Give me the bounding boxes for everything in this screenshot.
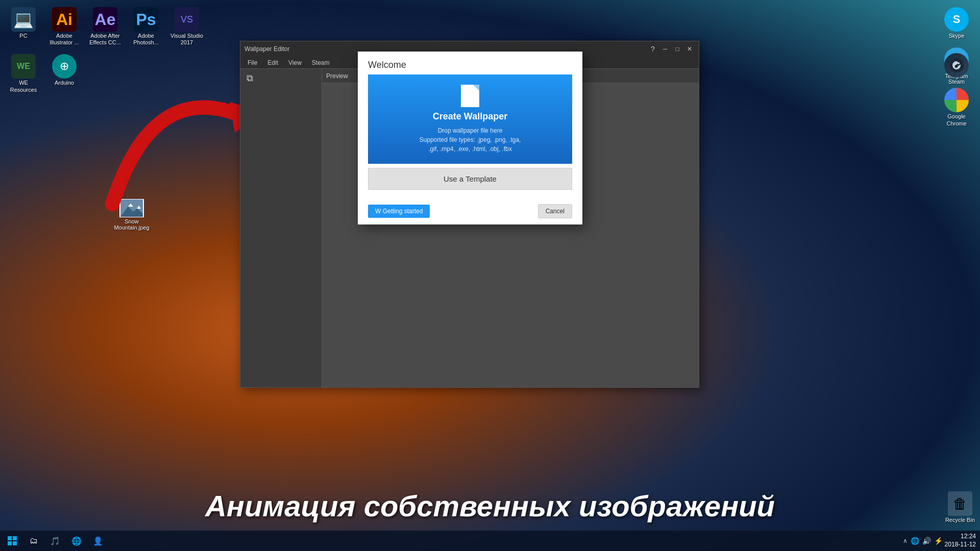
recycle-bin-label: Recycle Bin	[945, 517, 975, 523]
recycle-bin-icon[interactable]: 🗑 Recycle Bin	[945, 491, 975, 523]
desktop-snow-file[interactable]: Snow Mountain.jpeg	[113, 199, 150, 231]
taskbar: 🗂 🎵 🌐 👤 ∧ 🌐 🔊 ⚡ 12:24 2018-11-12	[0, 531, 980, 551]
vs-icon: VS	[175, 7, 199, 32]
svg-rect-9	[13, 536, 17, 540]
welcome-dialog: Welcome Create Wallpaper Drop wallpaper …	[358, 52, 582, 224]
steam-icon-area: Steam	[938, 51, 975, 87]
pc-icon: 💻	[11, 7, 36, 32]
we-menu-view[interactable]: View	[284, 58, 306, 67]
cancel-button[interactable]: Cancel	[538, 204, 572, 218]
desktop-icon-ps[interactable]: Ps Adobe Photosh...	[128, 5, 164, 48]
we-icon: WE	[11, 54, 36, 79]
windows-logo-icon	[7, 536, 17, 546]
ae-label: Adobe After Effects CC...	[89, 33, 121, 46]
wallpaper-editor-window: Wallpaper Editor ? ─ □ ✕ File Edit View …	[240, 41, 699, 388]
system-tray-icons: ∧ 🌐 🔊 ⚡	[903, 537, 943, 545]
we-titlebar-controls: ? ─ □ ✕	[648, 45, 695, 53]
desktop-icon-ae[interactable]: Ae Adobe After Effects CC...	[87, 5, 124, 48]
we-sidebar-copy[interactable]: ⧉	[242, 71, 320, 85]
getting-started-button[interactable]: W Getting started	[368, 205, 430, 218]
desktop-icon-skype[interactable]: S Skype	[938, 5, 975, 41]
clock-display[interactable]: 12:24 2018-11-12	[945, 533, 976, 548]
skype-label: Skype	[940, 33, 973, 39]
dialog-title: Welcome	[358, 52, 582, 74]
desktop-icon-row-1: 💻 PC Ai Adobe Illustrator ... Ae Adobe A…	[5, 5, 205, 48]
taskbar-app3[interactable]: 👤	[88, 531, 108, 551]
svg-rect-10	[8, 541, 12, 545]
clock-date: 2018-11-12	[945, 541, 976, 549]
pc-label: PC	[7, 33, 40, 39]
create-wallpaper-button[interactable]: Create Wallpaper Drop wallpaper file her…	[368, 74, 572, 164]
desktop-icon-steam[interactable]: Steam	[938, 51, 975, 87]
create-wallpaper-title: Create Wallpaper	[433, 111, 507, 122]
taskbar-left: 🗂 🎵 🌐 👤	[0, 531, 108, 551]
we-menu-steam[interactable]: Steam	[308, 58, 334, 67]
steam-label: Steam	[940, 79, 973, 85]
desktop-icons-left: 💻 PC Ai Adobe Illustrator ... Ae Adobe A…	[5, 5, 205, 95]
arduino-label: Arduino	[48, 80, 81, 86]
svg-point-0	[949, 58, 964, 72]
tray-chevron[interactable]: ∧	[903, 537, 908, 544]
desktop-icon-row-2: WE WE Resources ⊕ Arduino	[5, 52, 205, 95]
we-menu-file[interactable]: File	[243, 58, 261, 67]
ai-icon: Ai	[52, 7, 77, 32]
use-template-button[interactable]: Use a Template	[368, 168, 572, 190]
we-minimize-button[interactable]: ─	[660, 45, 670, 53]
we-restore-button[interactable]: □	[672, 45, 682, 53]
taskbar-right: ∧ 🌐 🔊 ⚡ 12:24 2018-11-12	[903, 533, 980, 548]
we-preview-label: Preview	[326, 72, 348, 80]
tray-battery[interactable]: ⚡	[934, 537, 943, 545]
ai-label: Adobe Illustrator ...	[48, 33, 81, 46]
desktop-icon-vs[interactable]: VS Visual Studio 2017	[168, 5, 205, 48]
desktop-icon-chrome[interactable]: Google Chrome	[938, 86, 975, 129]
chrome-icon	[944, 88, 969, 112]
we-sidebar: ⧉	[240, 69, 322, 387]
we-close-button[interactable]: ✕	[684, 45, 695, 53]
taskbar-search-button[interactable]: 🗂	[23, 531, 44, 551]
dialog-body: Create Wallpaper Drop wallpaper file her…	[358, 74, 582, 200]
recycle-bin-image: 🗑	[948, 491, 972, 516]
vs-label: Visual Studio 2017	[170, 33, 203, 46]
ps-icon: Ps	[134, 7, 158, 32]
skype-icon: S	[944, 7, 969, 32]
dialog-footer: W Getting started Cancel	[358, 200, 582, 224]
snow-label: Snow Mountain.jpeg	[113, 218, 150, 231]
chrome-label: Google Chrome	[940, 113, 973, 127]
we-window-title: Wallpaper Editor	[244, 45, 289, 53]
we-label: WE Resources	[7, 80, 40, 93]
drop-zone-text: Drop wallpaper file hereSupported file t…	[420, 126, 521, 154]
file-icon	[461, 85, 479, 107]
tray-volume[interactable]: 🔊	[922, 537, 931, 545]
arduino-icon: ⊕	[52, 54, 77, 79]
steam-icon	[944, 53, 969, 78]
taskbar-app1[interactable]: 🎵	[45, 531, 65, 551]
we-help-button[interactable]: ?	[648, 45, 658, 53]
ae-icon: Ae	[93, 7, 117, 32]
desktop-icon-ai[interactable]: Ai Adobe Illustrator ...	[46, 5, 83, 48]
desktop-icon-arduino[interactable]: ⊕ Arduino	[46, 52, 83, 95]
ps-label: Adobe Photosh...	[130, 33, 162, 46]
svg-rect-8	[8, 536, 12, 540]
desktop-icon-pc[interactable]: 💻 PC	[5, 5, 42, 48]
start-button[interactable]	[2, 531, 22, 551]
clock-time: 12:24	[945, 533, 976, 541]
svg-point-1	[958, 62, 960, 64]
tray-network[interactable]: 🌐	[911, 537, 919, 545]
snow-thumbnail	[119, 199, 144, 217]
we-menu-edit[interactable]: Edit	[263, 58, 282, 67]
taskbar-app2[interactable]: 🌐	[66, 531, 87, 551]
svg-rect-11	[13, 541, 17, 545]
desktop-icon-we[interactable]: WE WE Resources	[5, 52, 42, 95]
